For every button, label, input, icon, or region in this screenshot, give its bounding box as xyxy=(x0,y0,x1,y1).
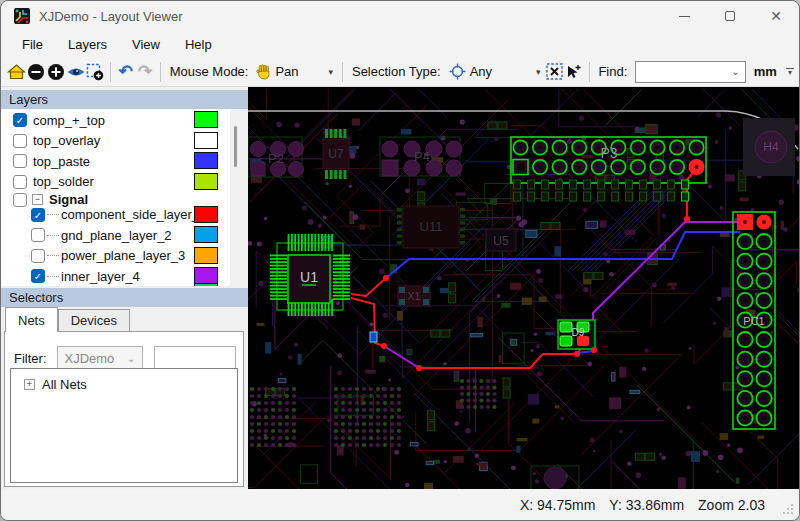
resistor-pad[interactable] xyxy=(514,180,521,189)
resistor-pad[interactable] xyxy=(528,180,535,189)
group-collapse-icon[interactable]: − xyxy=(32,194,43,205)
layer-color-swatch[interactable] xyxy=(194,173,218,190)
zoom-area-button[interactable] xyxy=(86,60,106,84)
resistor-pad[interactable] xyxy=(542,180,549,189)
pad[interactable] xyxy=(382,160,398,176)
resistor-pad[interactable] xyxy=(598,192,605,201)
menu-item-help[interactable]: Help xyxy=(174,37,223,52)
layer-color-swatch[interactable] xyxy=(194,247,218,264)
resistor-pad[interactable] xyxy=(584,192,591,201)
component-p4[interactable]: P4 xyxy=(380,137,462,176)
pad[interactable] xyxy=(251,162,265,176)
resistor-pad[interactable] xyxy=(556,192,563,201)
via-dot[interactable] xyxy=(574,351,580,357)
find-input[interactable] xyxy=(636,63,726,81)
filter-combo[interactable]: XJDemo ⌄ xyxy=(57,346,143,370)
layer-checkbox[interactable] xyxy=(31,228,45,242)
close-button[interactable]: ✕ xyxy=(753,1,799,31)
tree-row-all-nets[interactable]: + All Nets xyxy=(19,377,237,392)
layer-color-swatch[interactable] xyxy=(194,226,218,243)
maximize-button[interactable] xyxy=(707,1,753,31)
component-pc1[interactable]: PC1 xyxy=(733,212,775,429)
via-highlight[interactable] xyxy=(370,332,377,342)
component-u7[interactable]: U7 xyxy=(323,129,349,179)
component-u5[interactable]: U5 xyxy=(486,229,516,251)
pad[interactable] xyxy=(560,322,572,332)
home-button[interactable] xyxy=(7,60,27,84)
resistor-pad[interactable] xyxy=(584,180,591,189)
layer-color-swatch[interactable] xyxy=(194,206,218,223)
resistor-pad[interactable] xyxy=(626,180,633,189)
resize-grip[interactable] xyxy=(781,502,794,515)
net-trace-top[interactable] xyxy=(351,278,386,296)
layer-color-swatch[interactable] xyxy=(194,111,218,128)
resistor-pad[interactable] xyxy=(668,180,675,189)
pad[interactable] xyxy=(251,142,266,157)
resistor-pad[interactable] xyxy=(598,180,605,189)
layer-checkbox[interactable]: ✓ xyxy=(31,208,45,222)
tab-devices[interactable]: Devices xyxy=(58,309,130,332)
pad[interactable] xyxy=(446,141,462,157)
mouse-mode-combo[interactable]: Pan ▾ xyxy=(252,60,337,84)
filter-input[interactable] xyxy=(154,346,236,370)
minimize-button[interactable] xyxy=(661,1,707,31)
layer-row-gnd_plane_layer_2[interactable]: gnd_plane_layer_2 xyxy=(1,225,230,245)
pad[interactable] xyxy=(382,141,398,157)
menu-item-layers[interactable]: Layers xyxy=(57,37,118,52)
layer-row-top_overlay[interactable]: top_overlay xyxy=(1,131,230,151)
via-dot[interactable] xyxy=(381,343,387,349)
pad[interactable] xyxy=(560,336,572,346)
resistor-pad[interactable] xyxy=(654,180,661,189)
layer-checkbox[interactable] xyxy=(13,175,27,189)
toolbar-overflow-button[interactable]: ▾ xyxy=(785,68,795,76)
layer-row-component_side_layer_1[interactable]: ✓component_side_layer_1 xyxy=(1,205,230,225)
zoom-out-button[interactable] xyxy=(27,60,47,84)
resistor-pad[interactable] xyxy=(640,180,647,189)
layer-color-swatch[interactable] xyxy=(194,267,218,284)
resistor-pad[interactable] xyxy=(612,192,619,201)
resistor-pad[interactable] xyxy=(570,192,577,201)
net-trace-inner[interactable] xyxy=(593,222,740,350)
menu-item-view[interactable]: View xyxy=(121,37,171,52)
layer-color-swatch[interactable] xyxy=(194,152,218,169)
layer-checkbox[interactable] xyxy=(13,154,27,168)
component-u11[interactable]: U11 xyxy=(397,206,465,248)
layer-checkbox[interactable]: ✓ xyxy=(31,269,45,283)
undo-button[interactable]: ↶ xyxy=(116,60,136,84)
layer-row-comp_+_top[interactable]: ✓comp_+_top xyxy=(1,110,230,130)
component-x1[interactable]: X1 xyxy=(398,286,430,306)
pad[interactable] xyxy=(289,142,304,157)
tree-expander-icon[interactable]: + xyxy=(24,379,35,390)
resistor-pad[interactable] xyxy=(570,180,577,189)
deselect-button[interactable] xyxy=(545,60,565,84)
pcb-canvas[interactable]: H4P2U7P4U11U5X1P3U1D9PC1 xyxy=(248,87,799,489)
layer-checkbox[interactable] xyxy=(31,249,45,263)
layer-checkbox[interactable]: ✓ xyxy=(13,113,27,127)
net-trace-inner[interactable] xyxy=(384,346,419,368)
find-combobox[interactable]: ⌄ xyxy=(635,61,745,83)
resistor-pad[interactable] xyxy=(668,192,675,201)
pcb-layout-svg[interactable]: H4P2U7P4U11U5X1P3U1D9PC1 xyxy=(248,89,799,489)
pad[interactable] xyxy=(446,160,462,176)
resistor-pad[interactable] xyxy=(626,192,633,201)
resistor-pad[interactable] xyxy=(556,180,563,189)
tab-nets[interactable]: Nets xyxy=(5,307,58,332)
resistor-pad[interactable] xyxy=(542,192,549,201)
layer-checkbox[interactable] xyxy=(13,134,27,148)
select-cursor-button[interactable] xyxy=(564,60,584,84)
layer-color-swatch[interactable] xyxy=(194,132,218,149)
component-h4[interactable]: H4 xyxy=(743,118,795,176)
resistor-pad[interactable] xyxy=(682,180,689,189)
selection-type-combo[interactable]: Any ▾ xyxy=(445,60,545,84)
resistor-pad[interactable] xyxy=(612,180,619,189)
zoom-in-button[interactable] xyxy=(46,60,66,84)
layers-scrollbar[interactable] xyxy=(234,126,237,167)
resistor-pad[interactable] xyxy=(528,192,535,201)
via-dot[interactable] xyxy=(591,347,597,353)
resistor-pad[interactable] xyxy=(514,192,521,201)
via-dot[interactable] xyxy=(416,365,422,371)
layer-row-top_solder[interactable]: top_solder xyxy=(1,172,230,192)
layer-row-power_plane_layer_3[interactable]: power_plane_layer_3 xyxy=(1,246,230,266)
menu-item-file[interactable]: File xyxy=(11,37,54,52)
component-p2[interactable]: P2 xyxy=(248,137,304,177)
